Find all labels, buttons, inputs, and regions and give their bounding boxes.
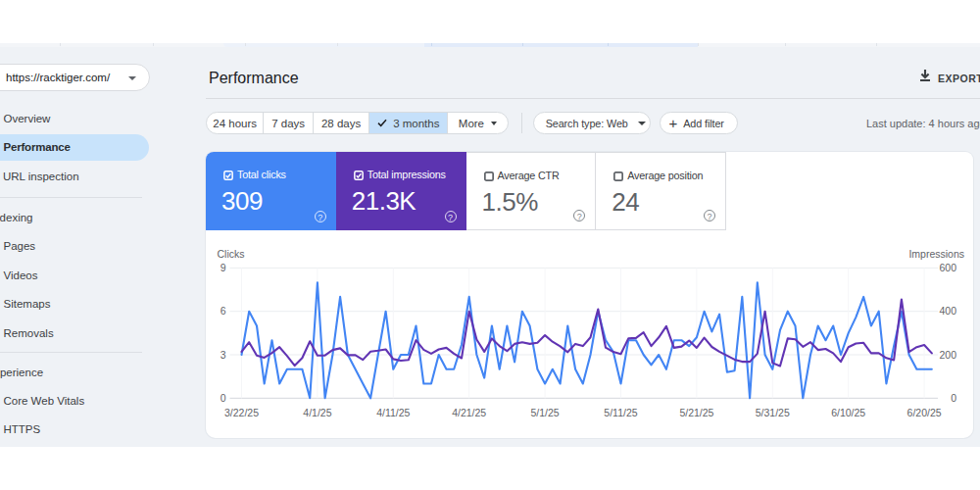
svg-text:600: 600 <box>939 262 956 273</box>
svg-text:400: 400 <box>939 305 956 317</box>
svg-text:200: 200 <box>939 349 956 361</box>
svg-text:0: 0 <box>951 392 956 404</box>
svg-text:Impressions: Impressions <box>908 248 964 260</box>
svg-text:5/31/25: 5/31/25 <box>756 407 790 418</box>
svg-text:0: 0 <box>220 392 226 404</box>
svg-text:5/21/25: 5/21/25 <box>679 407 713 418</box>
svg-text:4/21/25: 4/21/25 <box>452 407 486 418</box>
svg-text:3/22/25: 3/22/25 <box>224 407 259 418</box>
svg-text:4/1/25: 4/1/25 <box>303 407 331 418</box>
svg-text:6/10/25: 6/10/25 <box>831 407 865 418</box>
svg-text:5/11/25: 5/11/25 <box>604 407 637 418</box>
svg-text:6: 6 <box>220 305 226 317</box>
svg-text:9: 9 <box>220 262 226 273</box>
svg-text:4/11/25: 4/11/25 <box>376 407 410 418</box>
svg-text:6/20/25: 6/20/25 <box>907 407 942 418</box>
svg-text:Clicks: Clicks <box>218 248 245 260</box>
svg-text:3: 3 <box>220 349 226 361</box>
svg-text:5/1/25: 5/1/25 <box>530 407 559 418</box>
